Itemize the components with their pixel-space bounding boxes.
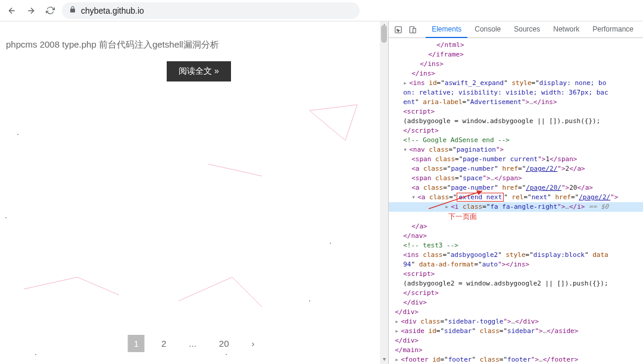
tab-console[interactable]: Console [469,21,507,38]
tab-network[interactable]: Network [547,21,585,38]
selected-element-row[interactable]: ▸ <i class="fa fa-angle-right">…</i> == … [389,202,643,212]
scroll-down-icon[interactable]: ▾ [380,356,388,364]
page-viewport: phpcms 2008 type.php 前台代码注入getshell漏洞分析 … [0,21,388,364]
read-more-button[interactable]: 阅读全文 » [167,61,231,81]
page-ellipsis: ... [183,335,202,352]
page-2[interactable]: 2 [155,335,172,352]
elements-tree[interactable]: </ntml> </iframe> </ins> </ins> ▸ <ins i… [389,38,643,364]
back-button[interactable] [5,4,19,18]
scrollbar[interactable]: ▴ ▾ [380,21,388,364]
annotation-text: 下一页面 [448,212,477,221]
devtools-toolbar: Elements Console Sources Network Perform… [389,21,643,38]
tab-sources[interactable]: Sources [508,21,546,38]
browser-toolbar: chybeta.github.io [0,0,643,21]
page-next-icon[interactable]: › [246,335,261,352]
devtools-panel: Elements Console Sources Network Perform… [388,21,643,364]
forward-button[interactable] [24,4,38,18]
device-toggle-icon[interactable] [407,24,419,36]
address-bar[interactable]: chybeta.github.io [62,2,360,19]
scrollbar-thumb[interactable] [381,25,387,43]
page-20[interactable]: 20 [213,335,235,352]
inspect-icon[interactable] [392,24,404,36]
url-text: chybeta.github.io [81,6,144,15]
page-1[interactable]: 1 [128,335,145,352]
tab-performance[interactable]: Performance [586,21,639,38]
pagination: 1 2 ... 20 › [128,335,261,352]
lock-icon [69,6,76,15]
tab-elements[interactable]: Elements [426,21,467,38]
reload-button[interactable] [43,4,57,18]
svg-rect-17 [413,28,416,33]
article-title: phpcms 2008 type.php 前台代码注入getshell漏洞分析 [6,39,382,51]
